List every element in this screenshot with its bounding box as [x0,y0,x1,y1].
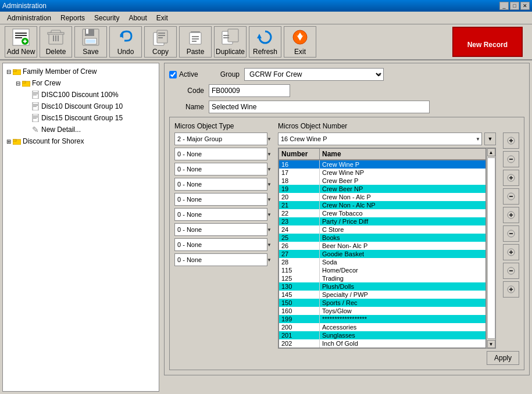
side-action-7[interactable] [503,244,519,260]
type-dropdown-2-wrapper: 0 - None 2 - Major Group [174,148,273,160]
table-body: 16Crew Wine P17Crew Wine NP18Crew Beer P… [279,160,486,348]
undo-button[interactable]: Undo [109,26,142,58]
svg-rect-30 [228,29,238,42]
close-button[interactable]: ✕ [520,2,530,10]
table-row[interactable]: 26Beer Non- Alc P [279,242,485,250]
side-action-1[interactable] [503,132,519,149]
copy-button[interactable]: Copy [144,26,177,58]
type-dropdown-9[interactable]: 0 - None 2 - Major Group [174,253,267,266]
svg-rect-20 [157,30,167,43]
table-row[interactable]: 27Goodie Basket [279,250,485,258]
menu-about[interactable]: About [124,13,151,23]
scroll-up-button[interactable]: ▲ [487,148,495,156]
paste-button[interactable]: Paste [179,26,212,58]
table-row[interactable]: 150Sports / Rec [279,299,485,307]
table-row[interactable]: 202Inch Of Gold [279,339,485,348]
menu-exit[interactable]: Exit [152,13,173,23]
table-row[interactable]: 22Crew Tobacco [279,209,485,217]
table-row[interactable]: 18Crew Beer P [279,177,485,185]
table-row[interactable]: 17Crew Wine NP [279,169,485,177]
table-row[interactable]: 160Toys/Glow [279,307,485,315]
add-new-button[interactable]: Add New [5,26,37,58]
cell-number: 21 [279,201,320,209]
cell-name: Sports / Rec [320,299,485,307]
side-action-5[interactable] [503,207,519,223]
table-row[interactable]: 24C Store [279,225,485,234]
table-row[interactable]: 19Crew Beer NP [279,185,485,193]
tree-item-family-member[interactable]: ⊟ Family Member of Crew [5,66,156,77]
table-row[interactable]: 25Books [279,234,485,242]
table-row[interactable]: 21Crew Non - Alc NP [279,201,485,209]
type-dropdown-6[interactable]: 0 - None 2 - Major Group [174,208,267,221]
cell-number: 25 [279,234,320,242]
table-row[interactable]: 130Plush/Dolls [279,282,485,291]
menu-reports[interactable]: Reports [56,13,90,23]
table-row[interactable]: 201Sunglasses [279,331,485,339]
cell-name: Toys/Glow [320,307,485,315]
table-row[interactable]: 200Accessories [279,323,485,331]
tree-item-for-crew[interactable]: ⊟ For Crew [5,77,156,89]
scroll-down-button[interactable]: ▼ [487,340,495,348]
cell-name: Party / Price Diff [320,217,485,225]
table-row[interactable]: 145Specialty / PWP [279,291,485,299]
tree-item-new-detail[interactable]: ✎ New Detail... [5,124,156,135]
group-dropdown[interactable]: GCRW For Crew [244,68,384,81]
table-row[interactable]: 199****************** [279,315,485,323]
tree-item-disc15[interactable]: Disc15 Discount Group 15 [5,112,156,124]
table-row[interactable]: 16Crew Wine P [279,160,485,169]
table-row[interactable]: 28Soda [279,258,485,266]
active-checkbox-label[interactable]: Active [169,70,198,78]
side-action-6[interactable] [503,225,519,242]
delete-button[interactable]: Delete [40,26,72,58]
cell-name: Crew Non - Alc P [320,193,485,201]
menu-security[interactable]: Security [90,13,124,23]
tree-item-discount-shorex[interactable]: ⊞ Discount for Shorex [5,135,156,147]
side-action-3[interactable] [503,170,519,186]
number-main-dropdown[interactable]: 16 Crew Wine P [278,132,482,145]
main-content: ⊟ Family Member of Crew ⊟ For Crew DISC1… [0,60,532,394]
refresh-icon [256,28,274,46]
side-action-4[interactable] [503,188,519,205]
title-bar: Administration _ □ ✕ [0,0,532,12]
side-action-9[interactable] [503,281,519,298]
code-input[interactable] [209,84,290,97]
type-dropdown-4[interactable]: 0 - None 2 - Major Group [174,178,267,191]
svg-rect-23 [158,37,163,38]
tree-item-disc10[interactable]: Disc10 Discount Group 10 [5,101,156,112]
type-dropdown-7[interactable]: 0 - None 2 - Major Group [174,223,267,236]
type-dropdown-6-wrapper: 0 - None 2 - Major Group [174,208,273,221]
cell-number: 26 [279,242,320,250]
side-buttons [501,132,519,349]
cell-name: C Store [320,225,485,234]
table-row[interactable]: 115Home/Decor [279,266,485,274]
number-scroll-button[interactable]: ▼ [484,132,496,145]
table-scrollbar[interactable]: ▲ ▼ [487,148,496,349]
type-dropdown-8[interactable]: 0 - None 2 - Major Group [174,238,267,251]
type-dropdown-1-wrapper: 2 - Major Group 0 - None [174,132,273,145]
side-action-8[interactable] [503,263,519,279]
side-action-2[interactable] [503,151,519,167]
maximize-button[interactable]: □ [510,2,519,10]
table-row[interactable]: 125Trading [279,274,485,282]
type-dropdown-2[interactable]: 0 - None 2 - Major Group [174,148,267,160]
svg-rect-27 [192,38,199,40]
type-dropdown-5[interactable]: 0 - None 2 - Major Group [174,193,267,206]
duplicate-button[interactable]: Duplicate [214,26,247,58]
name-input[interactable] [209,101,430,113]
type-dropdown-3[interactable]: 0 - None 2 - Major Group [174,163,267,175]
table-row[interactable]: 23Party / Price Diff [279,217,485,225]
new-detail-icon: ✎ [31,125,40,134]
micros-number-label: Micros Object Number [278,122,519,130]
save-button[interactable]: Save [74,26,107,58]
tree-item-disc100[interactable]: DISC100 Discount 100% [5,89,156,101]
table-row[interactable]: 20Crew Non - Alc P [279,193,485,201]
apply-button[interactable]: Apply [487,351,519,365]
menu-administration[interactable]: Administration [2,13,56,23]
exit-button[interactable]: Exit [284,26,316,58]
minimize-button[interactable]: _ [499,2,509,10]
type-dropdown-1[interactable]: 2 - Major Group 0 - None [174,132,267,145]
cell-number: 125 [279,274,320,282]
doc-icon-disc10 [31,102,40,111]
refresh-button[interactable]: Refresh [249,26,281,58]
active-checkbox[interactable] [169,71,177,78]
